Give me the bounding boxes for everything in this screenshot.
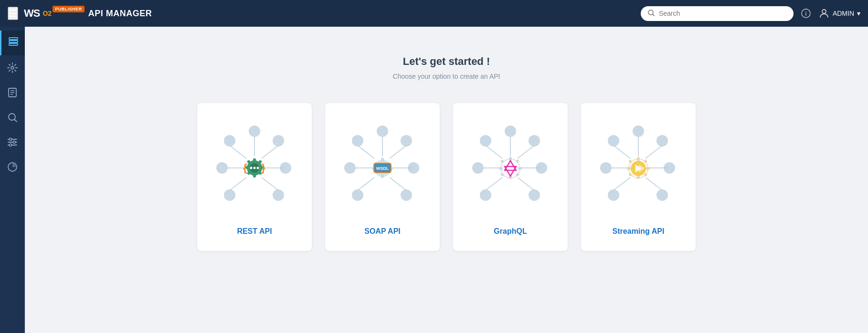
page-subtitle: Choose your option to create an API xyxy=(393,73,500,80)
svg-line-84 xyxy=(486,146,502,158)
svg-point-99 xyxy=(656,135,668,146)
svg-line-64 xyxy=(358,177,374,190)
svg-line-111 xyxy=(614,177,630,190)
svg-rect-39 xyxy=(253,174,256,177)
info-icon-button[interactable]: i xyxy=(801,9,811,18)
svg-point-18 xyxy=(10,138,12,141)
svg-line-30 xyxy=(262,146,278,158)
svg-line-81 xyxy=(518,146,534,158)
svg-rect-6 xyxy=(9,43,18,45)
logo-o2-text: O2 xyxy=(42,10,52,17)
svg-point-4 xyxy=(822,10,826,13)
sidebar xyxy=(0,27,25,333)
svg-rect-5 xyxy=(9,41,18,42)
graphql-card[interactable]: GraphQL xyxy=(453,103,568,251)
svg-rect-115 xyxy=(627,167,631,170)
svg-point-52 xyxy=(401,135,412,146)
svg-rect-93 xyxy=(516,159,519,163)
search-bar[interactable] xyxy=(641,6,794,21)
svg-rect-67 xyxy=(381,174,384,178)
search-input[interactable] xyxy=(659,10,787,17)
nav-icons: i ADMIN ▾ xyxy=(801,8,860,19)
sidebar-item-policies[interactable] xyxy=(0,80,25,105)
svg-rect-90 xyxy=(499,167,503,170)
sidebar-item-scopes[interactable] xyxy=(0,105,25,130)
svg-point-73 xyxy=(505,125,516,137)
svg-rect-38 xyxy=(253,158,256,162)
svg-point-74 xyxy=(529,135,540,146)
svg-point-104 xyxy=(608,189,619,201)
svg-rect-66 xyxy=(381,158,384,162)
svg-point-27 xyxy=(216,162,228,174)
svg-point-102 xyxy=(608,135,619,146)
user-menu[interactable]: ADMIN ▾ xyxy=(818,8,860,19)
svg-point-25 xyxy=(273,189,284,201)
svg-rect-116 xyxy=(646,167,650,170)
publisher-badge: PUBLISHER xyxy=(53,6,85,12)
svg-rect-118 xyxy=(644,159,647,163)
svg-line-1 xyxy=(652,14,654,16)
logo: WS O2 PUBLISHER API MANAGER xyxy=(24,7,152,20)
sidebar-item-services[interactable] xyxy=(0,55,25,80)
streaming-api-visual xyxy=(595,120,681,216)
page-title: Let's get started ! xyxy=(403,55,490,68)
streaming-api-card[interactable]: Streaming API xyxy=(581,103,696,251)
svg-point-22 xyxy=(249,125,260,137)
hamburger-menu[interactable]: ☰ xyxy=(8,7,18,20)
graphql-visual xyxy=(467,120,553,216)
svg-point-20 xyxy=(10,144,12,146)
logo-api-manager-text: API MANAGER xyxy=(88,9,152,19)
svg-rect-117 xyxy=(628,159,632,163)
sidebar-item-apis[interactable] xyxy=(0,31,25,55)
svg-line-14 xyxy=(15,120,17,122)
user-label: ADMIN xyxy=(833,10,854,17)
svg-point-48 xyxy=(257,167,259,169)
search-icon xyxy=(647,9,655,18)
svg-point-103 xyxy=(600,162,612,174)
svg-line-108 xyxy=(646,177,662,190)
svg-rect-91 xyxy=(518,167,522,170)
svg-point-56 xyxy=(344,162,356,174)
svg-point-98 xyxy=(633,125,644,137)
svg-line-86 xyxy=(486,177,502,190)
svg-point-26 xyxy=(224,135,235,146)
svg-rect-94 xyxy=(500,173,504,177)
svg-line-83 xyxy=(518,177,534,190)
svg-point-76 xyxy=(529,189,540,201)
svg-point-57 xyxy=(352,189,363,201)
svg-line-62 xyxy=(358,146,374,158)
svg-point-78 xyxy=(472,162,484,174)
svg-rect-119 xyxy=(628,173,632,177)
rest-api-card[interactable]: { } REST API xyxy=(197,103,312,251)
svg-point-101 xyxy=(656,189,668,201)
svg-line-59 xyxy=(390,146,406,158)
svg-line-61 xyxy=(390,177,406,190)
svg-point-77 xyxy=(480,135,491,146)
logo-ws-text: WS xyxy=(24,7,40,20)
rest-api-label: REST API xyxy=(237,227,272,236)
svg-line-109 xyxy=(614,146,630,158)
streaming-api-label: Streaming API xyxy=(613,227,665,236)
svg-point-23 xyxy=(273,135,284,146)
sidebar-item-settings[interactable] xyxy=(0,130,25,155)
graphql-label: GraphQL xyxy=(494,227,527,236)
svg-point-8 xyxy=(11,66,14,69)
svg-rect-113 xyxy=(637,157,640,161)
svg-text:}: } xyxy=(261,162,265,174)
svg-point-19 xyxy=(13,141,16,144)
svg-rect-7 xyxy=(9,38,18,40)
svg-line-32 xyxy=(262,177,278,190)
sidebar-item-analytics[interactable] xyxy=(0,155,25,179)
svg-point-51 xyxy=(377,125,388,137)
svg-point-28 xyxy=(224,189,235,201)
soap-api-card[interactable]: WSDL SOAP API xyxy=(325,103,440,251)
rest-api-visual: { } xyxy=(212,120,297,216)
svg-text:i: i xyxy=(805,10,806,17)
svg-text:WSDL: WSDL xyxy=(376,166,389,171)
svg-point-55 xyxy=(352,135,363,146)
svg-line-33 xyxy=(230,146,246,158)
svg-text:{: { xyxy=(243,162,247,174)
svg-rect-92 xyxy=(500,159,504,163)
svg-point-46 xyxy=(250,167,253,169)
svg-point-54 xyxy=(401,189,412,201)
